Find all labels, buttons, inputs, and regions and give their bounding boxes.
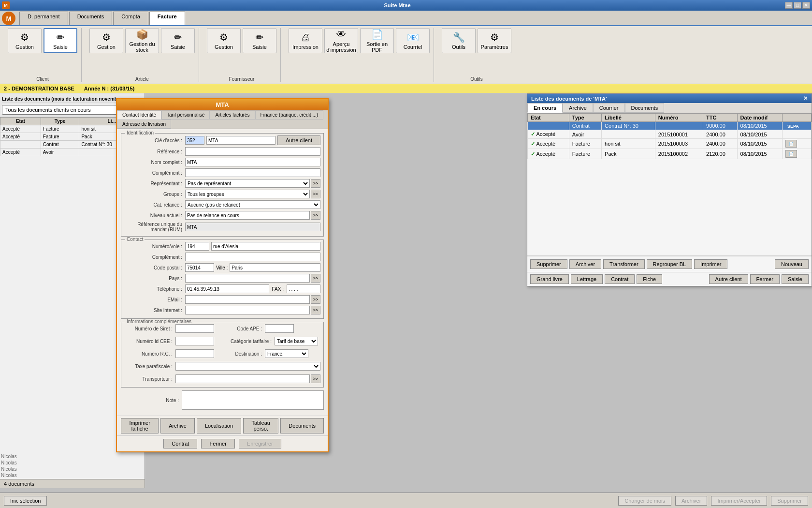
fermer-right-button[interactable]: Fermer xyxy=(750,274,780,284)
client-saisie-button[interactable]: ✏ Saisie xyxy=(44,28,77,53)
groupe-select[interactable]: Tous les groupes xyxy=(185,190,310,198)
regrouper-bl-button[interactable]: Regrouper BL xyxy=(647,259,693,269)
saisie-right-button[interactable]: Saisie xyxy=(782,274,809,284)
contrat-right-button[interactable]: Contrat xyxy=(605,274,635,284)
fournisseur-gestion-button[interactable]: ⚙ Gestion xyxy=(207,28,241,53)
email-input[interactable] xyxy=(185,295,310,304)
tab-documents-right[interactable]: Documents xyxy=(625,103,665,113)
parametres-button[interactable]: ⚙ Paramètres xyxy=(478,28,511,53)
tab-archive[interactable]: Archive xyxy=(563,103,593,113)
niveau-arrow[interactable]: >> xyxy=(311,211,320,220)
tab-documents[interactable]: Documents xyxy=(69,12,113,25)
right-panel-close-button[interactable]: ✕ xyxy=(803,95,808,102)
lettrage-button[interactable]: Lettrage xyxy=(571,274,603,284)
tableau-perso-button[interactable]: Tableau perso. xyxy=(243,418,278,433)
minimize-button[interactable]: — xyxy=(785,2,793,9)
representant-arrow[interactable]: >> xyxy=(311,179,320,188)
tab-finance[interactable]: Finance (banque, crédit ...) xyxy=(255,110,324,120)
code-ape-input[interactable] xyxy=(265,324,294,333)
pdf-button[interactable]: 📄 Sortie en PDF xyxy=(360,28,394,53)
grand-livre-button[interactable]: Grand livre xyxy=(530,274,569,284)
cle-acces-name-input[interactable] xyxy=(206,136,276,145)
autre-client-button[interactable]: Autre client xyxy=(277,135,320,145)
supprimer-bottom-button[interactable]: Supprimer xyxy=(771,496,808,506)
num-rc-input[interactable] xyxy=(175,349,214,358)
siret-input[interactable] xyxy=(175,324,214,333)
complement-contact-input[interactable] xyxy=(185,253,320,261)
imprimer-accepter-button[interactable]: Imprimer/Accepter xyxy=(711,496,767,506)
imprimer-fiche-button[interactable]: Imprimer la fiche xyxy=(121,418,159,433)
article-saisie-button[interactable]: ✏ Saisie xyxy=(161,28,195,53)
courriel-button[interactable]: 📧 Courriel xyxy=(396,28,430,53)
num-cee-input[interactable] xyxy=(175,337,214,345)
numero-input[interactable] xyxy=(185,242,209,251)
imprimer-right-button[interactable]: Imprimer xyxy=(694,259,727,269)
tab-courrier[interactable]: Courrier xyxy=(593,103,625,113)
taxe-select[interactable] xyxy=(175,362,320,371)
outils-button[interactable]: 🔧 Outils xyxy=(442,28,476,53)
client-gestion-button[interactable]: ⚙ Gestion xyxy=(8,28,42,53)
archiver-button[interactable]: Archiver xyxy=(569,259,601,269)
tab-contact-identite[interactable]: Contact Identité xyxy=(117,110,161,120)
transporteur-input[interactable] xyxy=(175,374,310,383)
changer-mois-button[interactable]: Changer de mois xyxy=(618,496,671,506)
cat-tarifaire-select[interactable]: Tarif de base xyxy=(275,337,318,345)
article-stock-button[interactable]: 📦 Gestion du stock xyxy=(125,28,159,53)
row-badge: SEPA xyxy=(782,122,811,130)
contrat-button[interactable]: Contrat xyxy=(163,439,197,448)
email-arrow[interactable]: >> xyxy=(311,295,320,304)
site-arrow[interactable]: >> xyxy=(311,306,320,314)
table-row[interactable]: Contrat Contrat N°: 30 9000.00 08/10/201… xyxy=(528,122,812,130)
supprimer-button[interactable]: Supprimer xyxy=(530,259,567,269)
rum-input[interactable] xyxy=(185,223,320,231)
tab-livraison[interactable]: Adresse de livraison xyxy=(117,120,171,129)
pays-arrow[interactable]: >> xyxy=(311,274,320,283)
article-gestion-button[interactable]: ⚙ Gestion xyxy=(89,28,123,53)
destination-select[interactable]: France. xyxy=(265,349,308,358)
ville-input[interactable] xyxy=(230,263,320,272)
nouveau-button[interactable]: Nouveau xyxy=(775,259,809,269)
cat-relance-select[interactable]: Aucune (pas de relance) xyxy=(185,200,320,209)
complement-id-input[interactable] xyxy=(185,168,320,177)
site-row: Site internet : >> xyxy=(124,306,320,314)
table-row[interactable]: ✓ Accepté Avoir 2015100001 2400.00 08/10… xyxy=(528,130,812,139)
tab-en-cours[interactable]: En cours xyxy=(527,103,563,113)
archiver-bottom-button[interactable]: Archiver xyxy=(675,496,707,506)
maximize-button[interactable]: □ xyxy=(794,2,801,9)
fax-input[interactable] xyxy=(287,284,320,293)
telephone-input[interactable] xyxy=(185,284,269,293)
table-row[interactable]: ✓ Accepté Facture Pack 2015100002 2120.0… xyxy=(528,149,812,159)
note-textarea[interactable] xyxy=(182,390,324,410)
documents-button[interactable]: Documents xyxy=(280,418,324,433)
groupe-arrow[interactable]: >> xyxy=(311,190,320,198)
fermer-dialog-button[interactable]: Fermer xyxy=(201,439,234,448)
archive-button[interactable]: Archive xyxy=(160,418,195,433)
site-input[interactable] xyxy=(185,306,310,314)
tab-articles[interactable]: Articles facturés xyxy=(210,110,255,120)
impression-button[interactable]: 🖨 Impression xyxy=(289,28,322,53)
code-postal-input[interactable] xyxy=(185,263,214,272)
apercu-button[interactable]: 👁 Aperçu d'impression xyxy=(324,28,358,53)
reference-input[interactable] xyxy=(185,147,320,156)
transporteur-arrow[interactable]: >> xyxy=(311,374,320,383)
autre-client-right-button[interactable]: Autre client xyxy=(709,274,748,284)
tab-compta[interactable]: Compta xyxy=(113,12,148,25)
inv-selection-button[interactable]: Inv. sélection xyxy=(4,496,47,506)
tab-tarif[interactable]: Tarif personnalisé xyxy=(161,110,210,120)
table-row[interactable]: ✓ Accepté Facture hon sit 2015100003 240… xyxy=(528,139,812,149)
fournisseur-saisie-button[interactable]: ✏ Saisie xyxy=(243,28,276,53)
nom-complet-input[interactable] xyxy=(185,158,320,166)
transformer-button[interactable]: Transformer xyxy=(603,259,645,269)
localisation-button[interactable]: Localisation xyxy=(197,418,241,433)
rue-input[interactable] xyxy=(211,242,320,251)
fiche-button[interactable]: Fiche xyxy=(637,274,662,284)
enregistrer-button[interactable]: Enregistrer xyxy=(239,439,281,448)
cle-acces-input[interactable] xyxy=(185,136,204,145)
tab-facture[interactable]: Facture xyxy=(149,12,185,25)
close-button[interactable]: ✕ xyxy=(802,2,810,9)
representant-select[interactable]: Pas de représentant xyxy=(185,179,310,188)
pays-input[interactable] xyxy=(185,274,310,283)
impression-icon: 🖨 xyxy=(301,32,310,43)
niveau-actuel-input[interactable] xyxy=(185,211,310,220)
tab-d-permanent[interactable]: D. permanent xyxy=(19,12,68,25)
